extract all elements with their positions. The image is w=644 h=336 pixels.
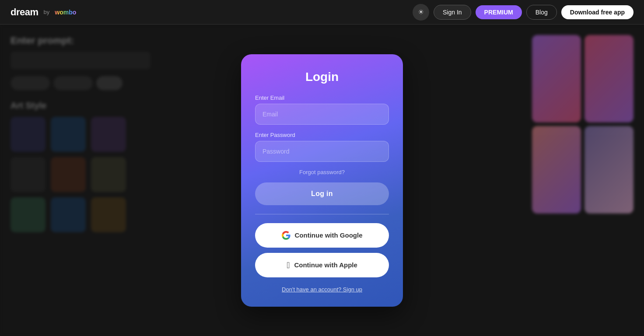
continue-with-apple-button[interactable]:  Continue with Apple bbox=[255, 253, 389, 277]
modal-overlay: Login Enter Email Enter Password Forgot … bbox=[0, 24, 644, 336]
forgot-password-link[interactable]: Forgot password? bbox=[255, 169, 389, 175]
logo-wombo: wombo bbox=[55, 9, 76, 16]
google-button-label: Continue with Google bbox=[295, 231, 363, 239]
blog-button[interactable]: Blog bbox=[526, 5, 557, 20]
navbar-actions: ☀ Sign In PREMIUM Blog Download free app bbox=[413, 4, 634, 21]
password-label: Enter Password bbox=[255, 132, 389, 138]
navbar-logo-group: dream by wombo bbox=[10, 7, 76, 18]
theme-toggle-button[interactable]: ☀ bbox=[413, 4, 429, 21]
navbar: dream by wombo ☀ Sign In PREMIUM Blog Do… bbox=[0, 0, 644, 24]
modal-title: Login bbox=[255, 70, 389, 84]
sun-icon: ☀ bbox=[418, 8, 424, 16]
email-label: Enter Email bbox=[255, 94, 389, 101]
continue-with-google-button[interactable]: Continue with Google bbox=[255, 223, 389, 248]
logo-dream: dream bbox=[10, 7, 38, 18]
login-modal: Login Enter Email Enter Password Forgot … bbox=[241, 54, 403, 307]
login-button[interactable]: Log in bbox=[255, 182, 389, 205]
logo-by: by bbox=[44, 9, 50, 15]
apple-button-label: Continue with Apple bbox=[294, 261, 357, 269]
download-app-button[interactable]: Download free app bbox=[561, 5, 634, 19]
apple-icon:  bbox=[287, 261, 290, 270]
signup-link[interactable]: Don't have an account? Sign up bbox=[255, 286, 389, 293]
divider bbox=[255, 214, 389, 214]
email-input[interactable] bbox=[255, 104, 389, 125]
premium-button[interactable]: PREMIUM bbox=[476, 5, 522, 19]
sign-in-button[interactable]: Sign In bbox=[434, 5, 471, 20]
password-input[interactable] bbox=[255, 141, 389, 162]
google-icon bbox=[282, 231, 290, 240]
